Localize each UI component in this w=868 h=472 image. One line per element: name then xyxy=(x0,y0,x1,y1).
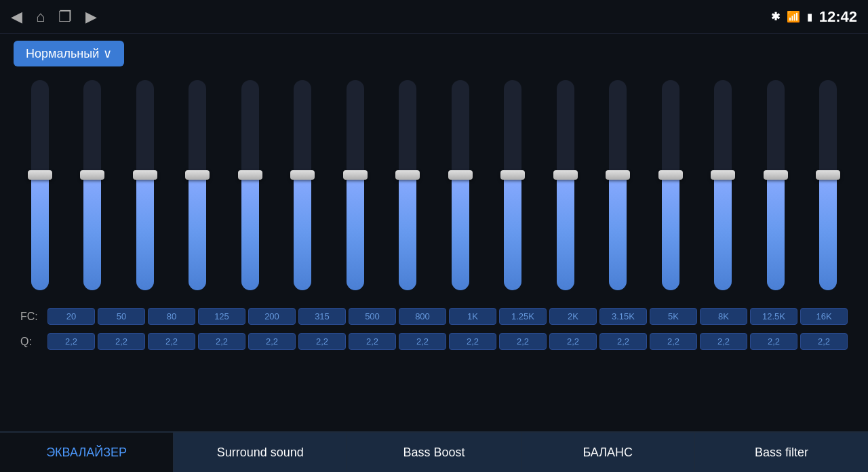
slider-col-1K[interactable] xyxy=(452,80,469,304)
slider-thumb-500[interactable] xyxy=(343,170,368,180)
slider-track-80[interactable] xyxy=(136,80,154,290)
freq-badge-16K[interactable]: 16K xyxy=(800,308,848,325)
q-badge-1K[interactable]: 2,2 xyxy=(449,333,496,350)
freq-badge-125[interactable]: 125 xyxy=(198,308,245,325)
slider-thumb-125[interactable] xyxy=(185,170,210,180)
slider-track-1K[interactable] xyxy=(452,80,469,290)
slider-col-5K[interactable] xyxy=(662,80,679,304)
slider-fill-315 xyxy=(294,175,311,291)
freq-badge-80[interactable]: 80 xyxy=(148,308,195,325)
q-badge-125[interactable]: 2,2 xyxy=(198,333,245,350)
slider-col-80[interactable] xyxy=(136,80,154,304)
slider-track-5K[interactable] xyxy=(662,80,679,290)
slider-fill-80 xyxy=(136,175,154,291)
slider-col-2K[interactable] xyxy=(557,80,574,304)
slider-fill-1.25K xyxy=(504,175,521,291)
slider-col-500[interactable] xyxy=(347,80,364,304)
slider-track-2K[interactable] xyxy=(557,80,574,290)
slider-thumb-315[interactable] xyxy=(290,170,315,180)
freq-badge-12.5K[interactable]: 12.5K xyxy=(750,308,797,325)
slider-track-3.15K[interactable] xyxy=(609,80,627,290)
q-badge-16K[interactable]: 2,2 xyxy=(800,333,848,350)
slider-track-8K[interactable] xyxy=(714,80,732,290)
freq-badge-800[interactable]: 800 xyxy=(399,308,446,325)
tab-balance[interactable]: БАЛАНС xyxy=(521,433,695,472)
play-icon[interactable]: ▶ xyxy=(85,8,97,26)
q-badge-8K[interactable]: 2,2 xyxy=(700,333,747,350)
slider-fill-200 xyxy=(241,175,259,291)
q-badge-200[interactable]: 2,2 xyxy=(248,333,296,350)
slider-thumb-80[interactable] xyxy=(133,170,157,180)
tab-equalizer[interactable]: ЭКВАЛАЙЗЕР xyxy=(0,433,174,472)
slider-col-125[interactable] xyxy=(189,80,206,304)
slider-thumb-5K[interactable] xyxy=(658,170,683,180)
freq-badge-50[interactable]: 50 xyxy=(98,308,145,325)
slider-col-200[interactable] xyxy=(241,80,259,304)
slider-fill-800 xyxy=(399,175,416,291)
slider-col-800[interactable] xyxy=(399,80,416,304)
freq-badge-500[interactable]: 500 xyxy=(349,308,396,325)
slider-thumb-3.15K[interactable] xyxy=(606,170,630,180)
slider-track-125[interactable] xyxy=(189,80,206,290)
q-badge-50[interactable]: 2,2 xyxy=(98,333,145,350)
slider-thumb-1K[interactable] xyxy=(448,170,473,180)
slider-track-315[interactable] xyxy=(294,80,311,290)
slider-fill-50 xyxy=(83,175,101,291)
slider-thumb-20[interactable] xyxy=(28,170,52,180)
q-badge-800[interactable]: 2,2 xyxy=(399,333,446,350)
tab-bassboost[interactable]: Bass Boost xyxy=(347,433,521,472)
q-badge-2K[interactable]: 2,2 xyxy=(549,333,597,350)
q-badge-12.5K[interactable]: 2,2 xyxy=(750,333,797,350)
slider-col-8K[interactable] xyxy=(714,80,732,304)
slider-fill-1K xyxy=(452,175,469,291)
slider-track-12.5K[interactable] xyxy=(767,80,785,290)
slider-col-315[interactable] xyxy=(294,80,311,304)
freq-badge-3.15K[interactable]: 3.15K xyxy=(599,308,647,325)
slider-track-1.25K[interactable] xyxy=(504,80,521,290)
slider-col-12.5K[interactable] xyxy=(767,80,785,304)
slider-thumb-1.25K[interactable] xyxy=(500,170,525,180)
slider-thumb-200[interactable] xyxy=(238,170,262,180)
tab-surround[interactable]: Surround sound xyxy=(174,433,347,472)
q-badge-80[interactable]: 2,2 xyxy=(148,333,195,350)
slider-col-16K[interactable] xyxy=(819,80,837,304)
slider-track-200[interactable] xyxy=(241,80,259,290)
freq-badge-20[interactable]: 20 xyxy=(47,308,95,325)
slider-col-1.25K[interactable] xyxy=(504,80,521,304)
slider-track-16K[interactable] xyxy=(819,80,837,290)
q-badge-3.15K[interactable]: 2,2 xyxy=(599,333,647,350)
slider-thumb-12.5K[interactable] xyxy=(764,170,788,180)
window-icon[interactable]: ❐ xyxy=(58,8,72,26)
slider-track-50[interactable] xyxy=(83,80,101,290)
q-badge-20[interactable]: 2,2 xyxy=(47,333,95,350)
preset-button[interactable]: Нормальный ∨ xyxy=(14,41,124,66)
freq-badge-1.25K[interactable]: 1.25K xyxy=(499,308,547,325)
q-badge-315[interactable]: 2,2 xyxy=(298,333,346,350)
freq-badge-200[interactable]: 200 xyxy=(248,308,296,325)
slider-thumb-16K[interactable] xyxy=(816,170,840,180)
slider-thumb-8K[interactable] xyxy=(711,170,735,180)
freq-badge-5K[interactable]: 5K xyxy=(650,308,697,325)
slider-thumb-800[interactable] xyxy=(395,170,420,180)
slider-thumb-2K[interactable] xyxy=(553,170,578,180)
slider-thumb-50[interactable] xyxy=(80,170,104,180)
slider-col-50[interactable] xyxy=(83,80,101,304)
q-badges: 2,22,22,22,22,22,22,22,22,22,22,22,22,22… xyxy=(47,333,848,350)
back-icon[interactable]: ◀ xyxy=(11,8,22,26)
tab-bassfilter[interactable]: Bass filter xyxy=(695,433,868,472)
q-badge-5K[interactable]: 2,2 xyxy=(650,333,697,350)
clock: 12:42 xyxy=(819,8,857,26)
q-badge-1.25K[interactable]: 2,2 xyxy=(499,333,547,350)
slider-track-20[interactable] xyxy=(31,80,49,290)
freq-badge-8K[interactable]: 8K xyxy=(700,308,747,325)
slider-col-3.15K[interactable] xyxy=(609,80,627,304)
q-badge-500[interactable]: 2,2 xyxy=(349,333,396,350)
freq-badge-1K[interactable]: 1K xyxy=(449,308,496,325)
slider-col-20[interactable] xyxy=(31,80,49,304)
freq-badge-315[interactable]: 315 xyxy=(298,308,346,325)
home-icon[interactable]: ⌂ xyxy=(36,8,45,26)
slider-track-800[interactable] xyxy=(399,80,416,290)
slider-track-500[interactable] xyxy=(347,80,364,290)
freq-badge-2K[interactable]: 2K xyxy=(549,308,597,325)
battery-icon: ▮ xyxy=(807,12,812,22)
